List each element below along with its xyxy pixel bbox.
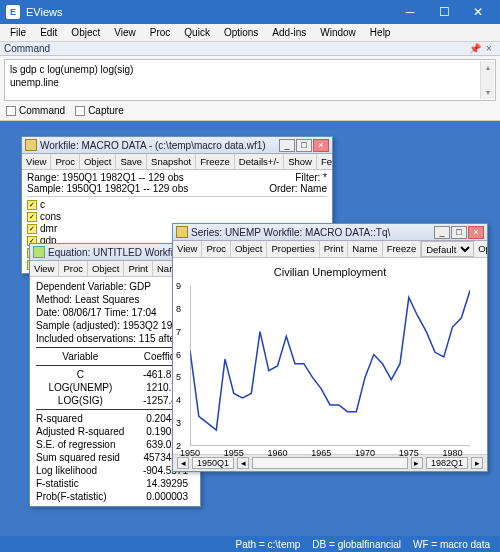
menu-help[interactable]: Help: [364, 26, 397, 39]
tb-name[interactable]: Name: [348, 241, 382, 257]
pin-icon[interactable]: 📌: [468, 43, 482, 54]
sample-value: 1950Q1 1982Q1 -- 129 obs: [66, 183, 188, 194]
nav-step-prev-icon[interactable]: ◂: [237, 457, 249, 469]
command-input[interactable]: ls gdp c log(unemp) log(sig) unemp.line …: [4, 59, 496, 101]
win-maximize-button[interactable]: □: [451, 226, 467, 239]
menu-view[interactable]: View: [108, 26, 142, 39]
workfile-icon: [25, 139, 37, 151]
status-path: Path = c:\temp: [236, 539, 301, 550]
nav-prev-icon[interactable]: ◂: [177, 457, 189, 469]
tb-print[interactable]: Print: [320, 241, 349, 257]
series-title: Series: UNEMP Workfile: MACRO DATA::Tq\: [191, 227, 434, 238]
tb-object[interactable]: Object: [231, 241, 267, 257]
command-checkbox[interactable]: Command: [6, 105, 65, 116]
win-maximize-button[interactable]: □: [296, 139, 312, 152]
command-close-button[interactable]: ×: [482, 43, 496, 54]
minimize-button[interactable]: ─: [394, 0, 426, 24]
scrollbar[interactable]: ▴▾: [480, 61, 494, 99]
tb-properties[interactable]: Properties: [267, 241, 319, 257]
win-minimize-button[interactable]: _: [434, 226, 450, 239]
sample-label: Sample:: [27, 183, 64, 194]
capture-checkbox[interactable]: Capture: [75, 105, 124, 116]
series-icon: ✓: [27, 224, 37, 234]
order-value: Order: Name: [269, 183, 327, 194]
nav-track[interactable]: [252, 457, 408, 469]
series-window[interactable]: Series: UNEMP Workfile: MACRO DATA::Tq\ …: [172, 223, 488, 472]
tb-freeze[interactable]: Freeze: [383, 241, 422, 257]
status-bar: Path = c:\temp DB = globalfinancial WF =…: [0, 536, 500, 552]
tb-view[interactable]: View: [173, 241, 202, 257]
win-close-button[interactable]: ×: [313, 139, 329, 152]
tb-view[interactable]: View: [30, 261, 59, 276]
chart-title: Civilian Unemployment: [177, 266, 483, 278]
series-window-icon: [176, 226, 188, 238]
tb-view[interactable]: View: [22, 154, 51, 169]
var-item[interactable]: ✓c: [27, 199, 327, 211]
command-title: Command: [4, 43, 468, 54]
chart-area: Civilian Unemployment 234567891950195519…: [173, 258, 487, 454]
tb-freeze[interactable]: Freeze: [196, 154, 235, 169]
range-value: 1950Q1 1982Q1 -- 129 obs: [62, 172, 184, 183]
tb-print[interactable]: Print: [124, 261, 153, 276]
tb-object[interactable]: Object: [80, 154, 116, 169]
win-close-button[interactable]: ×: [468, 226, 484, 239]
menu-object[interactable]: Object: [65, 26, 106, 39]
tb-proc[interactable]: Proc: [51, 154, 80, 169]
var-item[interactable]: ✓cons: [27, 211, 327, 223]
equation-icon: [33, 246, 45, 258]
app-titlebar: E EViews ─ ☐ ✕: [0, 0, 500, 24]
menu-quick[interactable]: Quick: [178, 26, 216, 39]
command-line: ls gdp c log(unemp) log(sig): [10, 63, 490, 76]
tb-details[interactable]: Details+/-: [235, 154, 284, 169]
tb-save[interactable]: Save: [116, 154, 147, 169]
menu-window[interactable]: Window: [314, 26, 362, 39]
filter-value: Filter: *: [269, 172, 327, 183]
nav-end: 1982Q1: [426, 457, 468, 469]
command-line: unemp.line: [10, 76, 490, 89]
series-toolbar: View Proc Object Properties Print Name F…: [173, 241, 487, 258]
menu-file[interactable]: File: [4, 26, 32, 39]
menubar: File Edit Object View Proc Quick Options…: [0, 24, 500, 42]
workfile-toolbar: View Proc Object Save Snapshot Freeze De…: [22, 154, 332, 170]
tb-options[interactable]: Options: [474, 241, 487, 257]
mdi-workspace: Workfile: MACRO DATA - (c:\temp\macro da…: [0, 121, 500, 541]
series-icon: ✓: [27, 212, 37, 222]
tb-object[interactable]: Object: [88, 261, 124, 276]
nav-next-icon[interactable]: ▸: [471, 457, 483, 469]
command-panel: Command 📌 × ls gdp c log(unemp) log(sig)…: [0, 42, 500, 121]
graph-type-select[interactable]: Default: [421, 241, 474, 257]
nav-step-next-icon[interactable]: ▸: [411, 457, 423, 469]
chart-plot: 234567891950195519601965197019751980: [190, 286, 470, 446]
tb-fetch[interactable]: Fetch: [317, 154, 332, 169]
series-icon: ✓: [27, 200, 37, 210]
menu-addins[interactable]: Add-ins: [266, 26, 312, 39]
tb-proc[interactable]: Proc: [202, 241, 231, 257]
tb-show[interactable]: Show: [284, 154, 317, 169]
menu-edit[interactable]: Edit: [34, 26, 63, 39]
win-minimize-button[interactable]: _: [279, 139, 295, 152]
tb-snapshot[interactable]: Snapshot: [147, 154, 196, 169]
menu-options[interactable]: Options: [218, 26, 264, 39]
maximize-button[interactable]: ☐: [428, 0, 460, 24]
status-wf: WF = macro data: [413, 539, 490, 550]
tb-proc[interactable]: Proc: [59, 261, 88, 276]
app-name: EViews: [26, 6, 394, 18]
workfile-title: Workfile: MACRO DATA - (c:\temp\macro da…: [40, 140, 279, 151]
nav-start: 1950Q1: [192, 457, 234, 469]
status-db: DB = globalfinancial: [312, 539, 401, 550]
menu-proc[interactable]: Proc: [144, 26, 177, 39]
app-logo-icon: E: [6, 5, 20, 19]
range-label: Range:: [27, 172, 59, 183]
sample-slider[interactable]: ◂ 1950Q1 ◂ ▸ 1982Q1 ▸: [173, 454, 487, 471]
close-button[interactable]: ✕: [462, 0, 494, 24]
